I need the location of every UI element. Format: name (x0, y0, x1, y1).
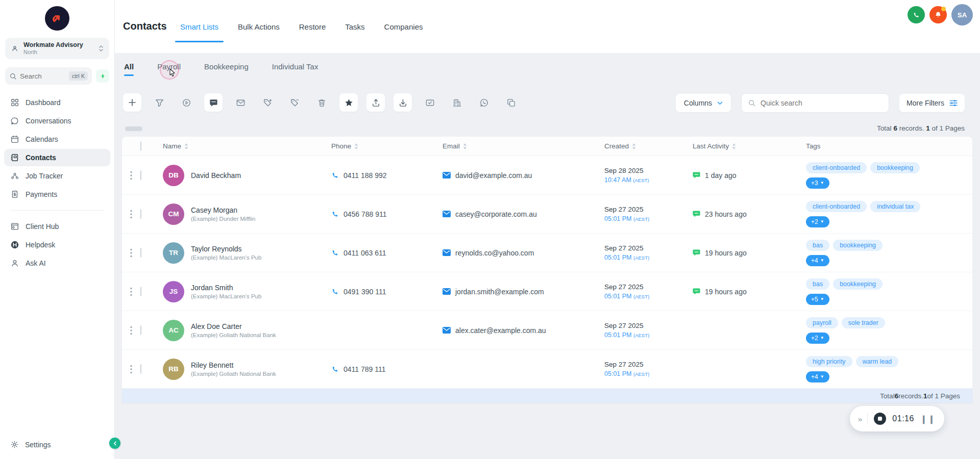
sort-icon[interactable] (184, 143, 188, 149)
more-tags-button[interactable]: +2▼ (806, 333, 829, 344)
contact-phone[interactable]: 0411 188 992 (331, 171, 443, 180)
contact-email[interactable]: reynolds.co@yahoo.com (443, 249, 604, 257)
sort-icon[interactable] (463, 143, 467, 149)
row-menu-button[interactable] (122, 248, 140, 258)
contact-phone[interactable]: 0411 789 111 (331, 365, 443, 373)
contact-phone[interactable]: 0411 063 611 (331, 249, 443, 257)
subtab-all[interactable]: All (124, 62, 134, 76)
contact-name[interactable]: Jordan Smith (191, 284, 261, 292)
more-tags-button[interactable]: +4▼ (806, 371, 829, 382)
sidebar-item-ask-ai[interactable]: Ask AI (4, 254, 110, 272)
columns-button[interactable]: Columns (676, 94, 731, 112)
more-tags-button[interactable]: +2▼ (806, 216, 829, 227)
table-row[interactable]: JS Jordan Smith (Example) MacLaren's Pub… (122, 272, 972, 311)
subtab-bookkeeping[interactable]: Bookkeeping (204, 62, 249, 76)
sidebar-item-client-hub[interactable]: Client Hub (4, 218, 110, 235)
sms-button[interactable] (204, 93, 223, 112)
sidebar-search[interactable]: ctrl K (5, 67, 92, 85)
contact-name[interactable]: David Beckham (191, 171, 241, 180)
sidebar-item-payments[interactable]: Payments (4, 186, 110, 203)
search-input[interactable] (20, 72, 66, 80)
contact-phone[interactable]: 0491 390 111 (331, 288, 443, 296)
app-logo[interactable] (45, 6, 69, 31)
row-checkbox[interactable] (140, 325, 141, 335)
export-button[interactable] (366, 93, 385, 112)
tab-restore[interactable]: Restore (299, 22, 326, 34)
contact-name[interactable]: Taylor Reynolds (191, 245, 261, 253)
more-tags-button[interactable]: +3▼ (806, 177, 829, 189)
add-contact-button[interactable] (123, 93, 141, 112)
remove-tag-button[interactable] (285, 93, 304, 112)
notifications-button[interactable] (929, 6, 947, 23)
contact-name[interactable]: Casey Morgan (191, 206, 255, 214)
table-row[interactable]: RB Riley Bennett (Example) Goliath Natio… (122, 350, 972, 389)
more-tags-button[interactable]: +4▼ (806, 255, 829, 266)
contact-phone[interactable]: 0456 788 911 (331, 210, 443, 218)
quick-search-input[interactable] (761, 99, 883, 107)
quick-search[interactable] (741, 93, 889, 113)
pause-timer-button[interactable]: ❙❙ (920, 414, 936, 424)
table-row[interactable]: DB David Beckham 0411 188 992 david@exam… (122, 156, 972, 195)
sidebar-item-job-tracker[interactable]: Job Tracker (4, 167, 110, 185)
filter-button[interactable] (150, 93, 168, 112)
table-row[interactable]: AC Alex Doe Carter (Example) Goliath Nat… (122, 311, 972, 350)
tab-smart-lists[interactable]: Smart Lists (180, 22, 218, 34)
sort-icon[interactable] (732, 143, 736, 149)
import-button[interactable] (394, 93, 412, 112)
email-button[interactable] (231, 93, 250, 112)
sidebar-item-conversations[interactable]: Conversations (4, 112, 110, 130)
table-row[interactable]: TR Taylor Reynolds (Example) MacLaren's … (122, 234, 972, 272)
column-header-last-activity[interactable]: Last Activity (693, 142, 806, 150)
more-tags-button[interactable]: +5▼ (806, 294, 829, 305)
merge-button[interactable] (502, 93, 520, 112)
tab-companies[interactable]: Companies (384, 22, 423, 34)
row-checkbox[interactable] (140, 248, 141, 258)
row-menu-button[interactable] (122, 365, 140, 374)
sidebar-item-calendars[interactable]: Calendars (4, 131, 110, 148)
column-header-created[interactable]: Created (604, 142, 693, 150)
email-verify-button[interactable] (421, 93, 439, 112)
sidebar-item-contacts[interactable]: Contacts (4, 149, 110, 166)
contact-email[interactable]: alex.cater@example.com.au (443, 326, 604, 335)
subtab-individual-tax[interactable]: Individual Tax (272, 62, 318, 76)
stop-timer-button[interactable] (874, 413, 886, 425)
row-checkbox[interactable] (140, 287, 141, 296)
quick-actions-button[interactable] (96, 69, 109, 83)
contact-email[interactable]: jordan.smith@example.com (443, 288, 604, 296)
horizontal-scrollbar-thumb[interactable] (125, 126, 142, 131)
row-checkbox[interactable] (140, 209, 141, 219)
contact-name[interactable]: Riley Bennett (191, 361, 276, 369)
phone-button[interactable] (908, 6, 925, 23)
column-header-phone[interactable]: Phone (331, 142, 443, 150)
whatsapp-button[interactable] (475, 93, 493, 112)
more-filters-button[interactable]: More Filters (899, 94, 965, 112)
table-row[interactable]: CM Casey Morgan (Example) Dunder Mifflin… (122, 195, 972, 234)
contact-email[interactable]: casey@corporate.com.au (443, 210, 604, 218)
row-checkbox[interactable] (140, 364, 141, 374)
favorite-button[interactable] (339, 93, 358, 112)
row-checkbox[interactable] (140, 170, 141, 180)
collapse-timer-button[interactable]: » (858, 415, 861, 423)
row-menu-button[interactable] (122, 210, 140, 219)
company-button[interactable] (448, 93, 466, 112)
user-avatar[interactable]: SA (951, 4, 973, 26)
tab-tasks[interactable]: Tasks (345, 22, 364, 34)
sidebar-item-settings[interactable]: Settings (4, 436, 104, 453)
row-menu-button[interactable] (122, 326, 140, 335)
contact-name[interactable]: Alex Doe Carter (191, 322, 276, 330)
sort-icon[interactable] (632, 143, 636, 149)
add-tag-button[interactable] (258, 93, 277, 112)
sidebar-collapse-toggle[interactable] (109, 438, 120, 449)
workspace-selector[interactable]: Workmate Advisory North (5, 38, 109, 59)
tab-bulk-actions[interactable]: Bulk Actions (238, 22, 280, 34)
column-header-name[interactable]: Name (163, 142, 331, 150)
select-all-checkbox[interactable] (140, 141, 141, 151)
delete-button[interactable] (312, 93, 331, 112)
column-header-email[interactable]: Email (443, 142, 604, 150)
contact-email[interactable]: david@example.com.au (443, 171, 604, 180)
subtab-payroll[interactable]: Payroll (157, 62, 181, 76)
row-menu-button[interactable] (122, 171, 140, 180)
sort-icon[interactable] (354, 143, 358, 149)
sidebar-item-dashboard[interactable]: Dashboard (4, 94, 110, 111)
automation-button[interactable] (177, 93, 195, 112)
